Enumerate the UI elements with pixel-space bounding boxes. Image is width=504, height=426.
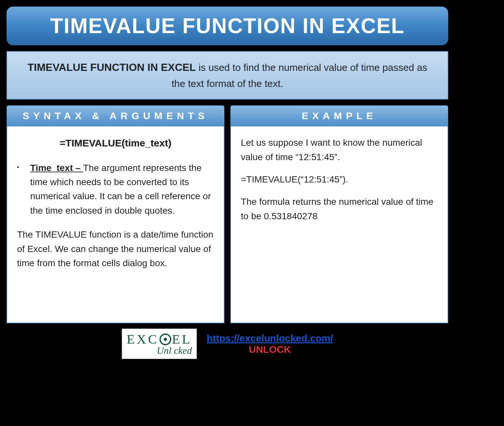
footer-unlock: UNLOCK [207, 344, 333, 355]
example-p2: =TIMEVALUE(“12:51:45”). [241, 172, 438, 186]
logo-top-pre: EXC [127, 331, 159, 347]
example-body: Let us suppose I want to know the numeri… [230, 126, 448, 323]
columns: SYNTAX & ARGUMENTS =TIMEVALUE(time_text)… [7, 105, 448, 323]
example-header: EXAMPLE [230, 105, 448, 126]
syntax-arg-text: Time_text – The argument represents the … [30, 161, 214, 218]
footer-text: https://excelunlocked.com/ UNLOCK [207, 333, 333, 355]
syntax-bullet: ▪ Time_text – The argument represents th… [17, 161, 214, 218]
footer: EXCEL Unl cked https://excelunlocked.com… [7, 329, 448, 359]
logo-keyhole-icon [159, 333, 171, 345]
syntax-formula: =TIMEVALUE(time_text) [17, 136, 214, 151]
example-p3: The formula returns the numerical value … [241, 195, 438, 223]
syntax-note: The TIMEVALUE function is a date/time fu… [17, 227, 214, 270]
logo: EXCEL Unl cked [122, 329, 197, 359]
logo-top-post: EL [172, 331, 192, 347]
syntax-body: =TIMEVALUE(time_text) ▪ Time_text – The … [7, 126, 224, 323]
footer-link[interactable]: https://excelunlocked.com/ [207, 333, 333, 344]
description-box: TIMEVALUE FUNCTION IN EXCEL is used to f… [7, 51, 448, 99]
syntax-header: SYNTAX & ARGUMENTS [7, 105, 224, 126]
description-text: is used to find the numerical value of t… [172, 62, 427, 89]
example-p1: Let us suppose I want to know the numeri… [241, 136, 438, 164]
title-banner: TIMEVALUE FUNCTION IN EXCEL [7, 7, 448, 45]
bullet-icon: ▪ [17, 161, 30, 218]
logo-top: EXCEL [127, 331, 192, 347]
syntax-column: SYNTAX & ARGUMENTS =TIMEVALUE(time_text)… [7, 105, 224, 323]
syntax-arg-name: Time_text – [30, 163, 83, 173]
example-column: EXAMPLE Let us suppose I want to know th… [230, 105, 448, 323]
description-bold: TIMEVALUE FUNCTION IN EXCEL [28, 61, 196, 73]
page-title: TIMEVALUE FUNCTION IN EXCEL [50, 14, 405, 38]
